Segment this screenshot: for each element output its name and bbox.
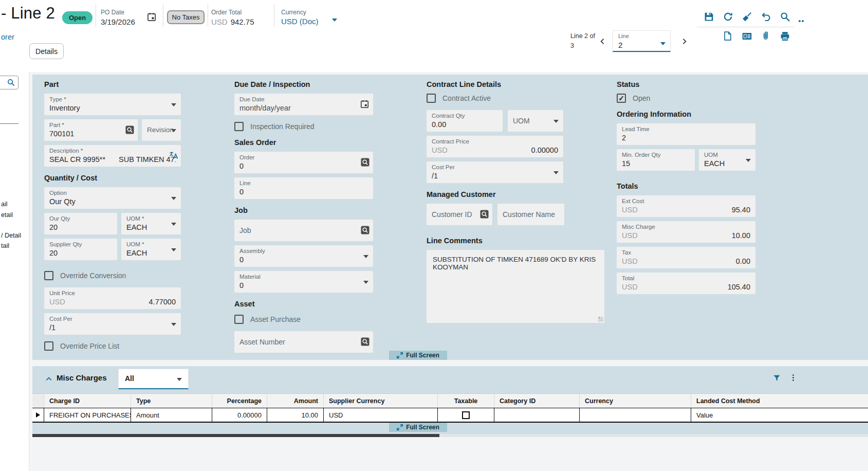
column-header[interactable]: Charge ID: [44, 394, 131, 408]
refresh-icon[interactable]: [722, 11, 733, 22]
open-status-checkbox[interactable]: ✓ Open: [617, 94, 755, 103]
chevron-left-icon[interactable]: [597, 35, 608, 47]
clear-icon[interactable]: [741, 11, 752, 22]
option-field[interactable]: Option Our Qty: [44, 187, 181, 209]
part-field[interactable]: Part * 700101: [44, 119, 138, 141]
section-heading-asset: Asset: [234, 300, 373, 308]
due-date-field[interactable]: Due Date month/day/year: [234, 94, 373, 115]
chevron-down-icon[interactable]: [332, 19, 337, 22]
currency-selector[interactable]: USD (Doc): [281, 17, 319, 26]
assembly-field[interactable]: Assembly 0: [234, 245, 373, 267]
no-taxes-button[interactable]: No Taxes: [167, 10, 205, 24]
material-field[interactable]: Material 0: [234, 271, 373, 293]
collapse-chevron-icon[interactable]: [45, 375, 53, 385]
asset-purchase-checkbox[interactable]: Asset Purchase: [234, 315, 373, 324]
override-price-list-checkbox[interactable]: Override Price List: [44, 341, 181, 351]
job-field[interactable]: Job: [234, 220, 373, 241]
calendar-icon[interactable]: [146, 11, 157, 23]
column-header[interactable]: Type: [131, 394, 212, 408]
column-header[interactable]: Amount: [267, 394, 324, 408]
scrollbar-thumb[interactable]: [32, 434, 439, 437]
filter-icon[interactable]: [772, 374, 781, 385]
line-comments-textarea[interactable]: SUBSTITUTION OF TIMKEN 471689 OK'D BY KR…: [427, 250, 604, 323]
lookup-icon[interactable]: [361, 337, 370, 348]
inspection-required-checkbox[interactable]: Inspection Required: [234, 122, 373, 131]
taxable-checkbox[interactable]: [462, 411, 470, 419]
search-icon[interactable]: [779, 11, 790, 22]
line-selector-label: Line: [618, 33, 629, 39]
unit-price-field[interactable]: Unit Price USD 4.77000: [44, 287, 181, 309]
chevron-right-icon[interactable]: [678, 35, 690, 47]
lookup-icon[interactable]: [480, 210, 489, 221]
checkbox-box: [44, 341, 53, 351]
contract-active-checkbox[interactable]: Contract Active: [427, 94, 604, 103]
supplier-card-icon[interactable]: [741, 30, 752, 42]
save-icon[interactable]: [703, 11, 714, 22]
column-header[interactable]: Percentage: [212, 394, 267, 408]
chevron-down-icon: [171, 103, 176, 106]
new-document-icon[interactable]: [722, 30, 733, 42]
chevron-down-icon: [171, 323, 176, 326]
section-heading-quantity-cost: Quantity / Cost: [44, 174, 181, 182]
contract-price-field[interactable]: Contract Price USD 0.00000: [427, 136, 563, 157]
undo-icon[interactable]: [760, 11, 771, 22]
full-screen-button[interactable]: Full Screen: [389, 351, 447, 360]
revision-field[interactable]: Revision: [142, 119, 181, 141]
lookup-icon[interactable]: [125, 125, 134, 136]
sidebar-tree-item[interactable]: etail: [1, 211, 13, 219]
supplier-currency-cell: USD: [324, 408, 438, 422]
print-icon[interactable]: [779, 30, 790, 42]
column-header[interactable]: Currency: [580, 394, 691, 408]
status-badge: Open: [62, 11, 93, 24]
column-header[interactable]: Supplier Currency: [324, 394, 438, 408]
po-date-value[interactable]: 3/19/2026: [101, 17, 135, 26]
translate-icon[interactable]: [169, 150, 179, 162]
sidebar-tree-item[interactable]: / Detail: [1, 232, 21, 239]
checkbox-box: [234, 122, 244, 131]
section-heading-sales-order: Sales Order: [234, 138, 373, 147]
our-qty-field[interactable]: Our Qty 20: [44, 213, 117, 234]
override-conversion-checkbox[interactable]: Override Conversion: [44, 271, 181, 280]
contract-uom-field[interactable]: UOM: [508, 110, 563, 132]
divider: [208, 4, 208, 27]
description-field[interactable]: Description * SEAL CR 9995** SUB TIMKEN …: [44, 145, 181, 167]
tab-details[interactable]: Details: [29, 43, 64, 59]
our-uom-field[interactable]: UOM * EACH: [121, 213, 181, 234]
cost-per-field[interactable]: Cost Per /1: [44, 313, 181, 335]
contract-cost-per-field[interactable]: Cost Per /1: [427, 161, 563, 183]
asset-number-field[interactable]: Asset Number: [234, 331, 373, 353]
more-icon[interactable]: [796, 15, 807, 27]
type-field[interactable]: Type * Inventory: [44, 94, 181, 115]
charge-id-link[interactable]: FREIGHT ON PURCHASES: [44, 408, 131, 422]
resize-grip-icon[interactable]: [598, 317, 603, 322]
supplier-qty-field[interactable]: Supplier Qty 20: [44, 239, 117, 260]
attachments-icon[interactable]: [760, 30, 771, 42]
type-cell: Amount: [131, 408, 212, 422]
search-input[interactable]: [0, 76, 19, 89]
kebab-menu-icon[interactable]: [789, 373, 798, 384]
sidebar-tree-item[interactable]: ail: [1, 201, 8, 208]
misc-charges-filter-dropdown[interactable]: All: [118, 369, 189, 389]
so-line-field[interactable]: Line 0: [234, 177, 373, 199]
calendar-icon[interactable]: [360, 99, 370, 111]
chevron-down-icon: [363, 281, 368, 284]
customer-name-field[interactable]: Customer Name: [497, 204, 564, 225]
sidebar-tree-item[interactable]: tail: [1, 242, 9, 249]
order-field[interactable]: Order 0: [234, 152, 373, 173]
lookup-icon[interactable]: [361, 158, 370, 169]
supplier-uom-field[interactable]: UOM * EACH: [121, 239, 181, 260]
table-row[interactable]: FREIGHT ON PURCHASES Amount 0.00000 10.0…: [32, 408, 868, 423]
line-selector[interactable]: Line 2: [613, 30, 671, 52]
column-header[interactable]: Taxable: [438, 394, 494, 408]
min-order-qty-field[interactable]: Min. Order Qty 15: [617, 149, 695, 171]
ordering-uom-field[interactable]: UOM EACH: [699, 149, 755, 171]
customer-id-field[interactable]: Customer ID: [427, 204, 492, 225]
lookup-icon[interactable]: [361, 226, 370, 237]
full-screen-button[interactable]: Full Screen: [389, 423, 447, 432]
lead-time-field[interactable]: Lead Time 2: [617, 123, 755, 145]
horizontal-scrollbar[interactable]: [32, 434, 868, 437]
contract-qty-field[interactable]: Contract Qty 0.00: [427, 110, 503, 132]
breadcrumb[interactable]: orer: [1, 33, 14, 41]
column-header[interactable]: Landed Cost Method: [691, 394, 868, 408]
column-header[interactable]: Category ID: [494, 394, 580, 408]
